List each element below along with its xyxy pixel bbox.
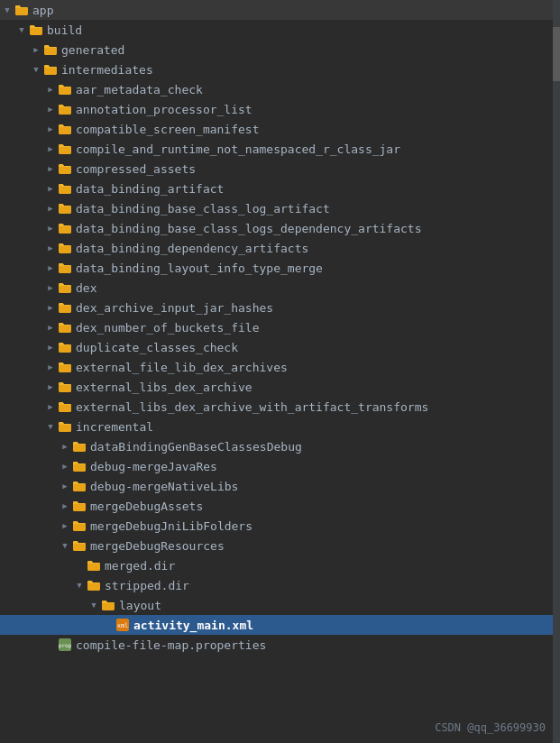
tree-item[interactable]: ▶ data_binding_base_class_logs_dependenc… [0,218,560,238]
tree-item-label: compatible_screen_manifest [76,123,260,136]
tree-arrow[interactable]: ▼ [87,598,101,612]
folder-icon [72,499,90,514]
tree-item-label: compressed_assets [76,162,196,176]
tree-item[interactable]: ▶ mergeDebugJniLibFolders [0,516,560,536]
tree-arrow[interactable]: ▼ [14,23,29,37]
tree-arrow[interactable]: ▶ [43,142,58,156]
tree-item-label: data_binding_artifact [76,182,224,196]
tree-item[interactable]: xml activity_main.xml [0,615,560,635]
tree-item[interactable]: ▶ data_binding_dependency_artifacts [0,238,560,258]
watermark: CSDN @qq_36699930 [435,721,546,734]
tree-arrow[interactable]: ▶ [58,439,72,454]
tree-item-label: layout [119,599,161,612]
tree-arrow[interactable]: ▶ [43,380,58,394]
tree-item[interactable]: ▼ stripped.dir [0,575,560,595]
scrollbar-thumb[interactable] [553,27,560,81]
tree-item-label: activity_main.xml [133,619,253,632]
svg-text:prop: prop [59,642,72,649]
tree-item[interactable]: ▶ debug-mergeNativeLibs [0,476,560,496]
folder-icon [58,419,76,435]
tree-arrow[interactable]: ▶ [58,518,72,533]
folder-icon [72,439,90,454]
tree-item-label: annotation_processor_list [76,103,252,116]
tree-item[interactable]: ▼ mergeDebugResources [0,536,560,555]
tree-arrow[interactable]: ▼ [72,578,87,592]
tree-arrow[interactable]: ▼ [29,62,43,77]
tree-item[interactable]: ▶ generated [0,40,560,60]
tree-arrow[interactable]: ▶ [43,241,58,255]
tree-item[interactable]: ▶ compressed_assets [0,159,560,179]
tree-item[interactable]: ▶ aar_metadata_check [0,79,560,99]
tree-item[interactable]: ▶ data_binding_base_class_log_artifact [0,198,560,218]
tree-item-label: debug-mergeNativeLibs [90,480,238,493]
tree-item[interactable]: ▶ mergeDebugAssets [0,496,560,516]
tree-item-label: build [47,23,82,37]
tree-arrow[interactable]: ▶ [58,479,72,493]
tree-item[interactable]: ▼ layout [0,595,560,615]
tree-item-label: data_binding_base_class_logs_dependency_… [76,222,422,235]
folder-icon [58,161,76,177]
tree-item[interactable]: ▶ compile_and_runtime_not_namespaced_r_c… [0,139,560,159]
tree-arrow[interactable]: ▶ [43,82,58,96]
tree-item[interactable]: ▶ dex [0,278,560,298]
tree-item[interactable]: ▶ annotation_processor_list [0,99,560,119]
tree-arrow[interactable]: ▶ [43,320,58,335]
tree-arrow[interactable]: ▶ [43,181,58,196]
tree-item[interactable]: ▶ debug-mergeJavaRes [0,456,560,476]
tree-arrow[interactable]: ▶ [58,499,72,513]
tree-arrow[interactable]: ▶ [43,261,58,275]
folder-icon [58,221,76,236]
tree-list: ▼ app▼ build▶ generated▼ intermediates▶ … [0,0,560,655]
tree-item[interactable]: ▶ external_libs_dex_archive [0,377,560,397]
tree-item[interactable]: ▶ compatible_screen_manifest [0,119,560,139]
folder-icon [58,360,76,375]
folder-icon [58,122,76,137]
tree-arrow[interactable]: ▶ [58,459,72,473]
tree-item[interactable]: ▶ duplicate_classes_check [0,337,560,357]
tree-arrow[interactable]: ▶ [43,360,58,374]
tree-item[interactable]: prop compile-file-map.properties [0,635,560,655]
tree-item-label: mergeDebugResources [90,539,225,553]
tree-item[interactable]: ▶ data_binding_layout_info_type_merge [0,258,560,278]
tree-item[interactable]: ▶ dex_number_of_buckets_file [0,317,560,337]
tree-item-label: debug-mergeJavaRes [90,460,217,473]
tree-item-label: external_libs_dex_archive [76,381,252,394]
tree-item[interactable]: ▶ dex_archive_input_jar_hashes [0,298,560,317]
folder-icon [58,280,76,296]
tree-arrow[interactable]: ▶ [43,221,58,235]
tree-item[interactable]: ▼ intermediates [0,60,560,79]
folder-icon [72,518,90,534]
folder-icon [58,181,76,197]
tree-item[interactable]: ▶ dataBindingGenBaseClassesDebug [0,436,560,456]
folder-icon [43,42,61,58]
tree-item-label: dataBindingGenBaseClassesDebug [90,440,302,454]
tree-arrow[interactable]: ▼ [58,538,72,553]
tree-arrow[interactable]: ▶ [43,280,58,295]
file-tree: ▼ app▼ build▶ generated▼ intermediates▶ … [0,0,560,743]
folder-icon [29,23,47,38]
tree-item[interactable]: ▶ external_libs_dex_archive_with_artifac… [0,397,560,417]
tree-item-label: compile-file-map.properties [76,638,266,652]
tree-item[interactable]: merged.dir [0,555,560,575]
tree-arrow[interactable]: ▶ [43,201,58,216]
tree-item[interactable]: ▼ incremental [0,417,560,436]
tree-item-label: compile_and_runtime_not_namespaced_r_cla… [76,142,400,156]
scrollbar[interactable] [553,0,560,743]
tree-item[interactable]: ▼ app [0,0,560,20]
tree-arrow[interactable]: ▶ [43,399,58,414]
tree-item-label: merged.dir [105,559,175,573]
tree-arrow[interactable]: ▶ [43,122,58,136]
tree-arrow[interactable]: ▶ [29,42,43,57]
folder-icon [72,538,90,554]
tree-item[interactable]: ▶ data_binding_artifact [0,179,560,198]
tree-arrow[interactable]: ▶ [43,300,58,315]
tree-item[interactable]: ▼ build [0,20,560,40]
xml-icon: xml [115,618,133,633]
tree-arrow[interactable]: ▶ [43,161,58,176]
tree-arrow[interactable]: ▶ [43,340,58,354]
tree-item[interactable]: ▶ external_file_lib_dex_archives [0,357,560,377]
tree-item-label: generated [61,43,124,57]
tree-arrow[interactable]: ▼ [0,3,14,17]
tree-arrow[interactable]: ▼ [43,419,58,434]
tree-arrow[interactable]: ▶ [43,102,58,116]
